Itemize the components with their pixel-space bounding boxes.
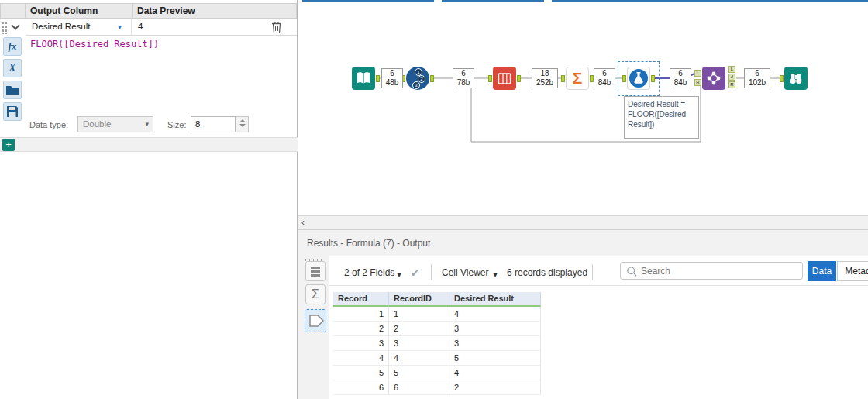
size-input[interactable]: 8 [191, 116, 236, 132]
metadata-toggle-button[interactable]: Metad [837, 261, 868, 281]
beaker-icon [629, 69, 648, 88]
record-count: 6 [670, 69, 691, 78]
data-type-value: Double [83, 119, 111, 129]
grid-cell[interactable]: 2 [450, 380, 541, 395]
expression-editor[interactable]: FLOOR([Desired Result]) [26, 36, 297, 116]
formula-tool[interactable] [627, 67, 650, 90]
record-id-tool[interactable]: 1 2 3 [406, 67, 429, 90]
canvas-horizontal-scrollbar[interactable] [298, 215, 868, 229]
toolbar-separator [592, 264, 593, 280]
join-input-L-anchor[interactable]: L [694, 70, 701, 77]
input-data-tool[interactable] [352, 67, 375, 90]
grid-cell[interactable]: 5 [333, 366, 389, 380]
summarize-tool[interactable]: Σ [566, 67, 589, 90]
grid-cell[interactable]: 1 [333, 307, 389, 322]
folder-icon[interactable] [3, 81, 22, 99]
fields-summary[interactable]: 2 of 2 Fields [344, 267, 394, 278]
input-anchor[interactable] [488, 75, 492, 82]
column-header[interactable]: RecordID [389, 292, 450, 307]
byte-size: 252b [532, 78, 557, 88]
output-anchor[interactable] [376, 75, 380, 82]
grid-cell[interactable]: 3 [333, 336, 389, 351]
cell-viewer-button[interactable]: Cell Viewer [442, 267, 488, 278]
spinner-up-icon[interactable] [239, 119, 246, 122]
size-spinner[interactable] [236, 116, 249, 132]
record-count: 6 [594, 69, 615, 78]
column-header[interactable]: Record [333, 292, 389, 307]
fx-functions-icon[interactable]: fx [3, 37, 22, 56]
grid-cell[interactable]: 4 [450, 307, 541, 322]
connection-label[interactable]: 6 84b [594, 68, 615, 88]
connection-label[interactable]: 6 84b [670, 68, 691, 88]
grid-cell[interactable]: 4 [333, 351, 389, 366]
spinner-down-icon[interactable] [239, 124, 246, 127]
data-toggle-button[interactable]: Data [808, 261, 836, 281]
search-input[interactable] [641, 263, 796, 278]
row-drag-handle[interactable] [2, 21, 9, 34]
results-grid: Record RecordID Desired Result 1 1 4 2 2… [333, 292, 541, 395]
data-type-caret-icon[interactable]: ▾ [145, 117, 149, 132]
grid-cell[interactable]: 6 [389, 380, 450, 395]
grid-cell[interactable]: 3 [450, 322, 541, 336]
tool-annotation[interactable]: Desired Result = FLOOR([Desired Result]) [624, 96, 699, 139]
join-output-L-anchor[interactable]: L [728, 66, 735, 73]
alteryx-designer-window: Output Column Data Preview Desired Resul… [0, 0, 868, 399]
formula-config-panel: Output Column Data Preview Desired Resul… [0, 0, 298, 399]
connection-label[interactable]: 6 78b [453, 68, 474, 88]
connection-label[interactable]: 6 48b [381, 68, 403, 88]
cell-viewer-caret-icon[interactable]: ▾ [493, 269, 498, 280]
fields-caret-icon[interactable]: ▾ [397, 269, 401, 280]
data-type-select[interactable]: Double ▾ [78, 116, 153, 132]
save-icon[interactable] [3, 102, 22, 121]
output-field-row[interactable]: Desired Result ▾ [26, 19, 132, 36]
toolbar-separator [431, 264, 432, 280]
chevron-down-icon[interactable] [11, 21, 19, 29]
grid-cell[interactable]: 4 [450, 366, 541, 380]
input-anchor[interactable] [561, 75, 565, 82]
workflow-canvas[interactable]: 1 2 3 Σ [298, 0, 868, 215]
data-type-label: Data type: [29, 120, 68, 129]
transpose-tool[interactable] [493, 67, 516, 90]
delete-row-trash-icon[interactable] [271, 21, 282, 34]
records-displayed: 6 records displayed [507, 267, 587, 278]
add-column-button[interactable]: + [2, 139, 15, 151]
output-anchor[interactable] [430, 75, 434, 82]
grid-cell[interactable]: 5 [450, 351, 541, 366]
grid-cell[interactable]: 2 [389, 322, 450, 336]
grid-cell[interactable]: 3 [450, 336, 541, 351]
scroll-left-arrow-icon[interactable]: ‹ [298, 217, 308, 228]
join-output-J-anchor[interactable]: J [728, 74, 735, 81]
expression-text[interactable]: FLOOR([Desired Result]) [26, 36, 297, 53]
preview-value: 4 [138, 19, 143, 35]
check-icon: ✔ [411, 267, 419, 279]
summary-view-icon[interactable]: Σ [305, 284, 326, 304]
output-anchor-tab-selected[interactable] [305, 309, 326, 332]
browse-tool[interactable] [784, 67, 808, 90]
binoculars-icon [787, 69, 805, 88]
output-anchor[interactable] [517, 75, 521, 82]
join-output-R-anchor[interactable]: R [728, 81, 735, 88]
connection-wires [298, 0, 868, 215]
byte-size: 78b [453, 78, 474, 88]
grid-cell[interactable]: 2 [333, 322, 389, 336]
connection-label[interactable]: 18 252b [532, 68, 558, 88]
connection-label[interactable]: 6 102b [744, 68, 770, 88]
variables-icon[interactable]: X [3, 59, 22, 77]
record-count: 18 [532, 69, 557, 78]
grid-cell[interactable]: 6 [333, 380, 389, 395]
byte-size: 84b [594, 78, 615, 88]
join-tool[interactable] [702, 67, 725, 90]
grid-cell[interactable]: 1 [389, 307, 450, 322]
join-input-R-anchor[interactable]: R [694, 79, 701, 86]
field-dropdown-caret-icon[interactable]: ▾ [118, 19, 122, 35]
config-view-icon[interactable] [305, 261, 326, 281]
grid-cell[interactable]: 4 [389, 351, 450, 366]
grid-cell[interactable]: 5 [389, 366, 450, 380]
byte-size: 48b [382, 78, 402, 88]
grid-cell[interactable]: 3 [389, 336, 450, 351]
column-header[interactable]: Desired Result [450, 292, 541, 307]
table-icon [495, 69, 514, 88]
input-anchor[interactable] [780, 75, 784, 82]
output-field-name[interactable]: Desired Result [32, 19, 90, 35]
search-box[interactable] [620, 262, 803, 280]
